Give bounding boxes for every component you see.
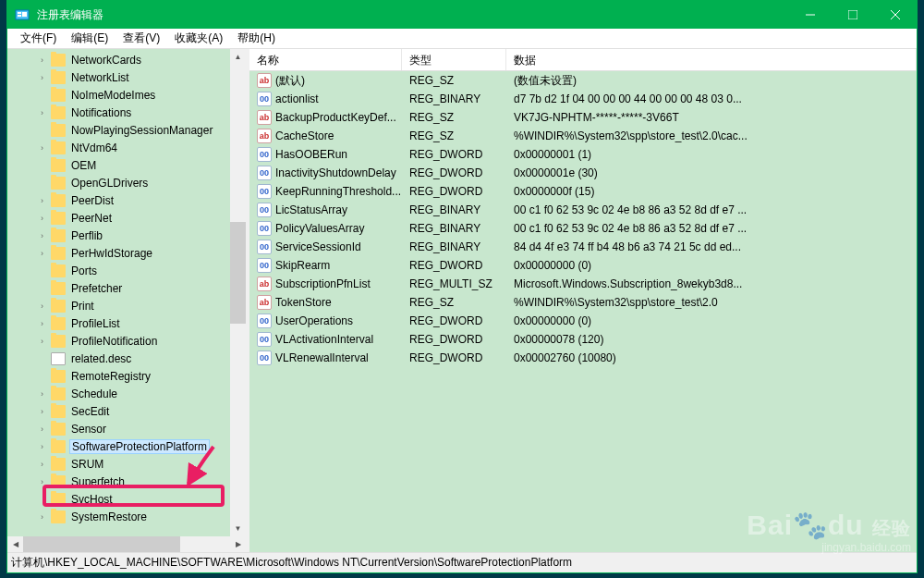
expand-icon[interactable]: › <box>37 388 47 399</box>
expand-icon[interactable]: › <box>37 72 47 82</box>
expand-icon[interactable]: › <box>37 55 47 65</box>
tree-item-label: NtVdm64 <box>69 141 119 154</box>
tree-item[interactable]: Prefetcher <box>7 279 246 297</box>
value-row[interactable]: 00SkipRearmREG_DWORD0x00000000 (0) <box>249 256 917 275</box>
tree-item[interactable]: Ports <box>7 262 246 279</box>
registry-tree[interactable]: ›NetworkCards›NetworkListNoImeModeImes›N… <box>7 49 246 525</box>
app-icon <box>15 7 30 22</box>
tree-item[interactable]: ›Schedule <box>7 385 246 402</box>
value-type: REG_DWORD <box>402 185 506 198</box>
values-list[interactable]: ab(默认)REG_SZ(数值未设置)00actionlistREG_BINAR… <box>249 71 917 552</box>
expand-icon[interactable]: › <box>37 107 47 117</box>
expand-icon[interactable]: › <box>37 230 47 240</box>
expand-icon[interactable]: › <box>37 424 47 434</box>
tree-vertical-scrollbar[interactable]: ▲ ▼ <box>230 49 246 536</box>
tree-item[interactable]: ›SoftwareProtectionPlatform <box>7 437 246 455</box>
expand-icon[interactable]: › <box>37 336 47 346</box>
value-type: REG_SZ <box>402 296 506 309</box>
column-data[interactable]: 数据 <box>506 49 917 70</box>
tree-item[interactable]: ›Perflib <box>7 227 246 244</box>
value-row[interactable]: 00LicStatusArrayREG_BINARY00 c1 f0 62 53… <box>249 201 917 219</box>
tree-item[interactable]: ›Superfetch <box>7 473 246 490</box>
expand-icon[interactable]: › <box>37 406 47 416</box>
tree-item[interactable]: ›PeerDist <box>7 191 246 209</box>
value-row[interactable]: 00PolicyValuesArrayREG_BINARY00 c1 f0 62… <box>249 219 917 238</box>
maximize-button[interactable] <box>832 1 874 29</box>
tree-item-label: OEM <box>69 159 98 172</box>
tree-item[interactable]: ›NetworkCards <box>7 51 246 68</box>
value-row[interactable]: 00VLActivationIntervalREG_DWORD0x0000007… <box>249 330 917 349</box>
expand-icon[interactable]: › <box>37 213 47 223</box>
value-row[interactable]: 00HasOOBERunREG_DWORD0x00000001 (1) <box>249 145 917 164</box>
tree-item[interactable]: ›PeerNet <box>7 209 246 227</box>
scroll-up-icon[interactable]: ▲ <box>230 49 246 65</box>
tree-item[interactable]: OpenGLDrivers <box>7 174 246 191</box>
tree-item[interactable]: related.desc <box>7 350 246 367</box>
tree-item[interactable]: ›SystemRestore <box>7 508 246 525</box>
value-row[interactable]: abCacheStoreREG_SZ%WINDIR%\System32\spp\… <box>249 127 917 145</box>
value-row[interactable]: 00actionlistREG_BINARYd7 7b d2 1f 04 00 … <box>249 90 917 108</box>
tree-item[interactable]: NoImeModeImes <box>7 86 246 104</box>
tree-item[interactable]: ›ProfileList <box>7 314 246 332</box>
tree-item[interactable]: ›SecEdit <box>7 402 246 420</box>
tree-item[interactable]: RemoteRegistry <box>7 367 246 385</box>
expand-icon[interactable]: › <box>37 441 47 451</box>
tree-item[interactable]: SvcHost <box>7 490 246 508</box>
tree-item[interactable]: ›Print <box>7 297 246 314</box>
value-row[interactable]: 00InactivityShutdownDelayREG_DWORD0x0000… <box>249 164 917 182</box>
tree-item[interactable]: ›NetworkList <box>7 68 246 86</box>
value-row[interactable]: abSubscriptionPfnListREG_MULTI_SZMicroso… <box>249 275 917 293</box>
tree-item[interactable]: ›ProfileNotification <box>7 332 246 350</box>
folder-icon <box>51 510 66 523</box>
expand-icon[interactable]: › <box>37 142 47 153</box>
value-type: REG_MULTI_SZ <box>402 277 506 290</box>
folder-icon <box>51 282 66 295</box>
value-row[interactable]: 00ServiceSessionIdREG_BINARY84 d4 4f e3 … <box>249 238 917 256</box>
tree-item-label: Notifications <box>69 106 133 119</box>
value-name: PolicyValuesArray <box>275 222 364 235</box>
binary-value-icon: 00 <box>257 221 272 236</box>
value-name: TokenStore <box>275 296 332 309</box>
minimize-button[interactable] <box>789 1 832 29</box>
scroll-left-icon[interactable]: ◀ <box>7 536 23 552</box>
tree-item[interactable]: ›SRUM <box>7 455 246 473</box>
folder-icon <box>51 423 66 436</box>
value-row[interactable]: 00VLRenewalIntervalREG_DWORD0x00002760 (… <box>249 349 917 367</box>
expand-icon[interactable]: › <box>37 459 47 469</box>
scroll-thumb-horizontal[interactable] <box>23 536 180 552</box>
menu-favorites[interactable]: 收藏夹(A) <box>167 29 230 48</box>
value-row[interactable]: abBackupProductKeyDef...REG_SZVK7JG-NPHT… <box>249 108 917 127</box>
scroll-down-icon[interactable]: ▼ <box>230 521 246 536</box>
tree-item[interactable]: ›Sensor <box>7 420 246 437</box>
scroll-thumb-vertical[interactable] <box>230 222 246 324</box>
menu-file[interactable]: 文件(F) <box>13 29 64 48</box>
tree-item[interactable]: ›NtVdm64 <box>7 139 246 156</box>
expand-icon[interactable]: › <box>37 511 47 522</box>
menu-view[interactable]: 查看(V) <box>116 29 167 48</box>
tree-item[interactable]: ›PerHwIdStorage <box>7 244 246 262</box>
titlebar[interactable]: 注册表编辑器 <box>7 1 917 29</box>
menu-help[interactable]: 帮助(H) <box>230 29 283 48</box>
column-type[interactable]: 类型 <box>402 49 506 70</box>
value-data: 0x00000001 (1) <box>506 148 917 161</box>
scroll-right-icon[interactable]: ▶ <box>230 536 246 552</box>
value-data: %WINDIR%\System32\spp\store_test\2.0 <box>506 296 917 309</box>
tree-item[interactable]: OEM <box>7 156 246 174</box>
expand-icon[interactable]: › <box>37 248 47 258</box>
close-button[interactable] <box>874 1 917 29</box>
folder-icon <box>51 300 66 313</box>
value-row[interactable]: 00UserOperationsREG_DWORD0x00000000 (0) <box>249 312 917 330</box>
expand-icon[interactable]: › <box>37 301 47 311</box>
value-row[interactable]: 00KeepRunningThreshold...REG_DWORD0x0000… <box>249 182 917 201</box>
expand-icon[interactable]: › <box>37 476 47 486</box>
menu-edit[interactable]: 编辑(E) <box>64 29 116 48</box>
column-name[interactable]: 名称 <box>249 49 402 70</box>
tree-item[interactable]: NowPlayingSessionManager <box>7 121 246 139</box>
expand-icon[interactable]: › <box>37 318 47 328</box>
tree-horizontal-scrollbar[interactable]: ◀ ▶ <box>7 536 246 552</box>
tree-item[interactable]: ›Notifications <box>7 104 246 121</box>
value-row[interactable]: abTokenStoreREG_SZ%WINDIR%\System32\spp\… <box>249 293 917 312</box>
value-row[interactable]: ab(默认)REG_SZ(数值未设置) <box>249 71 917 90</box>
string-value-icon: ab <box>257 129 272 143</box>
expand-icon[interactable]: › <box>37 195 47 205</box>
